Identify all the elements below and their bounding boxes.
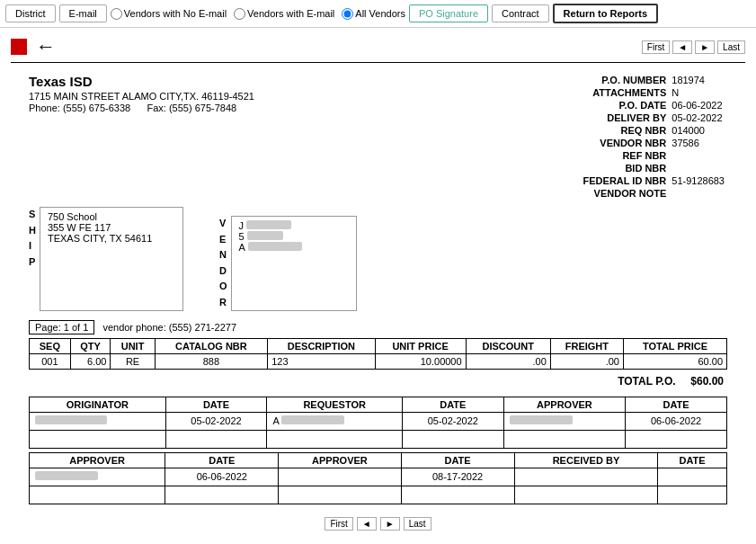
originator-date: 05-02-2022 [165, 412, 267, 430]
appr3-empty [279, 486, 401, 504]
po-signature-button[interactable]: PO Signature [409, 4, 488, 22]
email-button[interactable]: E-mail [59, 4, 107, 22]
col-freight: FREIGHT [550, 338, 623, 353]
radio-all-text: All Vendors [355, 8, 405, 19]
cell-freight: .00 [550, 353, 623, 369]
appr1-date-empty [626, 430, 727, 448]
radio-all[interactable] [342, 8, 353, 20]
col-unit-price: UNIT PRICE [375, 338, 466, 353]
arrow-right-icon: ← [36, 35, 56, 58]
cell-desc: 123 [268, 353, 375, 369]
col-total: TOTAL PRICE [623, 338, 726, 353]
requestor-blur [281, 415, 344, 424]
req-empty [267, 430, 402, 448]
col-orig-date: DATE [165, 397, 267, 412]
col-seq: SEQ [30, 338, 71, 353]
prev-button-top[interactable]: ◄ [672, 40, 692, 54]
po-document: Texas ISD 1715 MAIN STREET ALAMO CITY,TX… [11, 68, 745, 536]
approval-row-1: 05-02-2022 A 05-02-2022 06-06-2022 [30, 412, 727, 430]
company-info: Texas ISD 1715 MAIN STREET ALAMO CITY,TX… [29, 74, 254, 200]
first-button-top[interactable]: First [642, 40, 670, 54]
federal-id-row: FEDERAL ID NBR 51-9128683 [581, 174, 727, 187]
po-number-label: P.O. NUMBER [581, 74, 670, 86]
ship-line2: 355 W FE 117 [48, 222, 175, 233]
approval-row-2b [30, 486, 727, 504]
contract-button[interactable]: Contract [492, 4, 549, 22]
po-table-header-row: SEQ QTY UNIT CATALOG NBR DESCRIPTION UNI… [30, 338, 727, 353]
col-catalog: CATALOG NBR [155, 338, 268, 353]
radio-no-email[interactable] [111, 8, 122, 20]
vendor-nbr-label: VENDOR NBR [581, 137, 670, 149]
table-row: 001 6.00 RE 888 123 10.00000 .00 .00 60.… [30, 353, 727, 369]
page-info-box: Page: 1 of 1 [29, 320, 94, 334]
rcv-date-empty [658, 486, 727, 504]
district-button[interactable]: District [5, 4, 56, 22]
approval-row-1b [30, 430, 727, 448]
radio-email-text: Vendors with E-mail [247, 8, 334, 19]
bid-nbr-label: BID NBR [581, 162, 670, 174]
cell-qty: 6.00 [70, 353, 111, 369]
total-label: TOTAL P.O. [618, 375, 675, 388]
originator-name [30, 412, 166, 430]
col-requestor: REQUESTOR [267, 397, 402, 412]
cell-seq: 001 [30, 353, 71, 369]
po-header: Texas ISD 1715 MAIN STREET ALAMO CITY,TX… [29, 74, 727, 200]
cell-catalog: 888 [155, 353, 268, 369]
bottom-nav: First ◄ ► Last [29, 513, 727, 531]
po-meta: P.O. NUMBER 181974 ATTACHMENTS N P.O. DA… [581, 74, 727, 200]
approver1-date: 06-06-2022 [626, 412, 727, 430]
pdf-icon[interactable] [11, 39, 27, 55]
first-button-bottom[interactable]: First [325, 517, 352, 531]
appr1-empty [503, 430, 625, 448]
cell-discount: .00 [466, 353, 550, 369]
col-received-by: RECEIVED BY [514, 452, 658, 468]
vendor-content: J 5 A [231, 216, 357, 311]
vendor-line2: 5 [239, 231, 349, 242]
approver1-name [503, 412, 625, 430]
last-button-bottom[interactable]: Last [404, 517, 431, 531]
po-number-row: P.O. NUMBER 181974 [581, 74, 727, 86]
received-by-name [514, 468, 658, 486]
approver1-blur [510, 415, 573, 424]
orig-empty [30, 430, 166, 448]
radio-email-label[interactable]: Vendors with E-mail [234, 8, 334, 20]
po-total-row: TOTAL P.O. $60.00 [29, 375, 727, 388]
approval-body-2: 06-06-2022 08-17-2022 [30, 468, 727, 504]
ref-nbr-value [669, 149, 727, 162]
last-button-top[interactable]: Last [717, 40, 745, 54]
page-info-row: Page: 1 of 1 vendor phone: (555) 271-227… [29, 320, 727, 334]
req-nbr-row: REQ NBR 014000 [581, 124, 727, 137]
req-date-empty [402, 430, 503, 448]
ship-block: S H I P 750 School 355 W FE 117 TEXAS CI… [29, 207, 183, 311]
total-value: $60.00 [690, 375, 724, 388]
prev-button-bottom[interactable]: ◄ [357, 517, 377, 531]
radio-no-email-text: Vendors with No E-mail [124, 8, 227, 19]
approval-table-1: ORIGINATOR DATE REQUESTOR DATE APPROVER … [29, 397, 727, 449]
federal-id-label: FEDERAL ID NBR [581, 174, 670, 187]
appr3-date-empty [401, 486, 514, 504]
ship-line3: TEXAS CITY, TX 54611 [48, 233, 175, 244]
next-button-top[interactable]: ► [695, 40, 715, 54]
po-items-table: SEQ QTY UNIT CATALOG NBR DESCRIPTION UNI… [29, 338, 727, 370]
col-appr3-date: DATE [401, 452, 514, 468]
col-qty: QTY [70, 338, 111, 353]
radio-email[interactable] [234, 8, 245, 20]
ref-nbr-row: REF NBR [581, 149, 727, 162]
approval-table-2: APPROVER DATE APPROVER DATE RECEIVED BY … [29, 452, 727, 504]
cell-unit-price: 10.00000 [375, 353, 466, 369]
approval-head-2: APPROVER DATE APPROVER DATE RECEIVED BY … [30, 452, 727, 468]
col-approver3: APPROVER [279, 452, 401, 468]
po-table-body: 001 6.00 RE 888 123 10.00000 .00 .00 60.… [30, 353, 727, 369]
address-section: S H I P 750 School 355 W FE 117 TEXAS CI… [29, 207, 727, 311]
next-button-bottom[interactable]: ► [380, 517, 400, 531]
return-button[interactable]: Return to Reports [553, 4, 659, 23]
approval-header-row-1: ORIGINATOR DATE REQUESTOR DATE APPROVER … [30, 397, 727, 412]
nav-left: ← [11, 35, 56, 58]
top-page-nav: ← First ◄ ► Last [11, 35, 745, 63]
radio-all-label[interactable]: All Vendors [342, 8, 405, 20]
vendor-note-label: VENDOR NOTE [581, 187, 670, 200]
col-originator: ORIGINATOR [30, 397, 166, 412]
company-phone-fax: Phone: (555) 675-6338 Fax: (555) 675-784… [29, 103, 254, 113]
radio-no-email-label[interactable]: Vendors with No E-mail [111, 8, 227, 20]
federal-id-value: 51-9128683 [669, 174, 727, 187]
